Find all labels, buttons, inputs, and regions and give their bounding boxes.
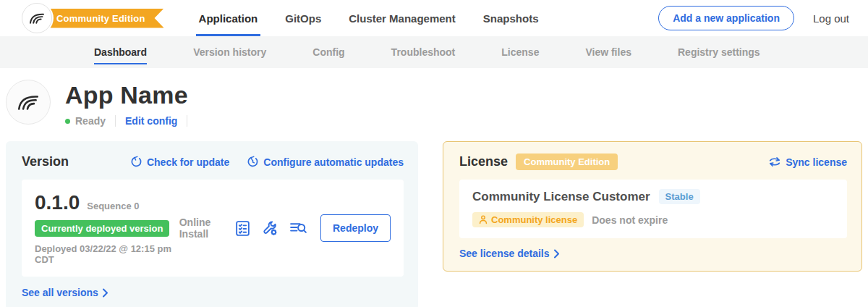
license-card-title: License: [459, 154, 508, 169]
dashboard-cards: Version Check for update: [0, 133, 868, 307]
person-icon: [479, 215, 488, 224]
tab-registry-settings[interactable]: Registry settings: [678, 36, 760, 68]
top-header: Community Edition Application GitOps Clu…: [0, 0, 868, 36]
divider: [187, 115, 187, 127]
nav-snapshots[interactable]: Snapshots: [483, 0, 539, 36]
status-badge: Ready: [75, 115, 106, 127]
version-card-title: Version: [22, 154, 69, 169]
auto-update-clock-icon: [247, 156, 259, 168]
license-expiry-text: Does not expire: [592, 214, 668, 226]
nav-gitops[interactable]: GitOps: [285, 0, 321, 36]
redeploy-button[interactable]: Redeploy: [320, 214, 391, 242]
add-new-application-button[interactable]: Add a new application: [658, 6, 794, 30]
license-card: License Community Edition Sync license: [443, 141, 862, 272]
status-dot-icon: [65, 119, 70, 124]
license-details-panel: Community License Customer Stable Commun…: [459, 180, 847, 238]
currently-deployed-badge: Currently deployed version: [35, 220, 169, 237]
nav-application[interactable]: Application: [199, 0, 258, 36]
tab-troubleshoot[interactable]: Troubleshoot: [391, 36, 456, 68]
edit-config-link[interactable]: Edit config: [125, 115, 177, 127]
view-logs-icon[interactable]: [289, 219, 308, 237]
see-license-details-link[interactable]: See license details: [459, 248, 847, 259]
tab-version-history[interactable]: Version history: [193, 36, 266, 68]
chevron-right-icon: [553, 249, 560, 258]
refresh-icon: [130, 156, 142, 168]
sequence-label: Sequence 0: [87, 201, 139, 211]
tab-license[interactable]: License: [501, 36, 539, 68]
tab-view-files[interactable]: View files: [585, 36, 631, 68]
license-customer-name: Community License Customer: [472, 190, 650, 204]
community-edition-badge: Community Edition: [516, 154, 618, 170]
logout-button[interactable]: Log out: [813, 12, 849, 25]
config-wrench-icon[interactable]: [261, 219, 279, 237]
app-subnav: Dashboard Version history Config Trouble…: [0, 36, 868, 68]
license-type-badge: Community license: [472, 212, 584, 227]
chevron-right-icon: [102, 288, 109, 298]
configure-automatic-updates-link[interactable]: Configure automatic updates: [247, 156, 404, 168]
brand-logo: Community Edition: [22, 3, 164, 33]
see-all-versions-link[interactable]: See all versions: [22, 287, 404, 298]
sync-arrows-icon: [768, 156, 781, 168]
current-version-panel: 0.1.0 Sequence 0 Currently deployed vers…: [22, 180, 404, 277]
header-actions: Add a new application Log out: [658, 6, 849, 30]
channel-badge: Stable: [659, 189, 700, 204]
app-header: App Name Ready Edit config: [0, 68, 868, 127]
check-for-update-link[interactable]: Check for update: [130, 156, 229, 168]
preflight-checks-icon[interactable]: [234, 219, 252, 237]
version-card: Version Check for update: [6, 141, 418, 307]
page-title: App Name: [65, 81, 197, 109]
primary-nav: Application GitOps Cluster Management Sn…: [199, 0, 539, 36]
deployed-timestamp: Deployed 03/22/22 @ 12:15 pm CDT: [35, 243, 179, 265]
tab-config[interactable]: Config: [312, 36, 344, 68]
install-type-label: Online Install: [179, 216, 222, 240]
tab-dashboard[interactable]: Dashboard: [94, 36, 147, 68]
replicated-logo-icon: [22, 3, 52, 33]
divider: [115, 115, 116, 127]
edition-ribbon: Community Edition: [33, 9, 164, 28]
app-logo-icon: [6, 80, 51, 125]
version-number: 0.1.0: [35, 191, 80, 214]
sync-license-link[interactable]: Sync license: [768, 156, 847, 168]
nav-cluster-management[interactable]: Cluster Management: [349, 0, 456, 36]
